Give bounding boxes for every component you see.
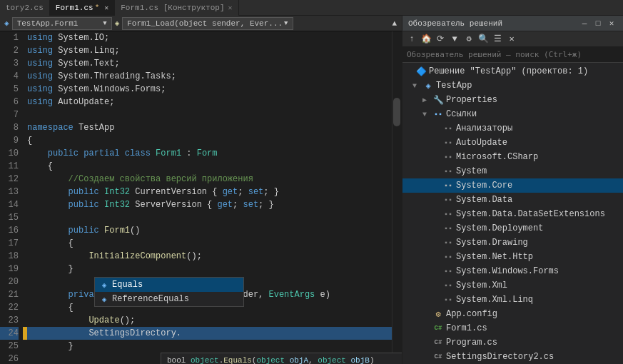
code-area: ◈ TestApp.Form1 ▼ ◈ Form1_Load(object se… bbox=[0, 16, 402, 364]
system-xml-label: System.Xml bbox=[456, 280, 507, 290]
programcs-label: Program.cs bbox=[446, 338, 497, 348]
system-data-label: System.Data bbox=[456, 195, 512, 205]
tab-form1-close[interactable]: ✕ bbox=[104, 4, 108, 12]
settingscs-label: SettingsDirectory2.cs bbox=[446, 352, 554, 362]
class-selector-label: TestApp.Form1 bbox=[17, 19, 78, 28]
main-layout: ◈ TestApp.Form1 ▼ ◈ Form1_Load(object se… bbox=[0, 16, 623, 364]
panel-btn-popout[interactable]: □ bbox=[592, 18, 604, 29]
references-label: Ссылки bbox=[446, 109, 477, 119]
system-drawing-label: System.Drawing bbox=[456, 238, 528, 248]
system-xml-icon: ▪▪ bbox=[442, 280, 454, 291]
tab-tory2[interactable]: tory2.cs bbox=[0, 0, 50, 16]
scroll-up-btn[interactable]: ▲ bbox=[390, 19, 399, 28]
solution-explorer-panel: Обозреватель решений — □ ✕ ↑ 🏠 ⟳ ▼ ⚙ 🔍 ☰… bbox=[402, 16, 623, 364]
class-selector[interactable]: TestApp.Form1 ▼ bbox=[12, 17, 112, 30]
references-icon: ▪▪ bbox=[432, 108, 444, 120]
tree-item-system-drawing[interactable]: ▪▪ System.Drawing bbox=[402, 236, 623, 250]
system-deploy-label: System.Deployment bbox=[456, 223, 543, 233]
toolbar-sync-btn[interactable]: ↑ bbox=[405, 33, 418, 46]
toolbar-refresh-btn[interactable]: ⟳ bbox=[434, 33, 447, 46]
tree-item-system-winforms[interactable]: ▪▪ System.Windows.Forms bbox=[402, 264, 623, 278]
tree-item-testapp[interactable]: ▼ ◈ TestApp bbox=[402, 79, 623, 93]
autocomplete-dropdown[interactable]: ◈ Equals ◈ ReferenceEquals bbox=[94, 277, 244, 307]
tree-item-system-dataset[interactable]: ▪▪ System.Data.DataSetExtensions bbox=[402, 207, 623, 221]
ms-csharp-label: Microsoft.CSharp bbox=[456, 152, 538, 162]
toolbar-settings-btn[interactable]: ⚙ bbox=[462, 33, 475, 46]
method-selector[interactable]: Form1_Load(object sender, Ever... ▼ bbox=[122, 17, 293, 30]
tooltip-signature: bool object.Equals(object objA, object o… bbox=[167, 356, 402, 364]
tree-item-appconfig[interactable]: ⚙ App.config bbox=[402, 307, 623, 321]
panel-title-bar: Обозреватель решений — □ ✕ bbox=[402, 16, 623, 31]
appconfig-label: App.config bbox=[446, 309, 497, 319]
tree-item-programcs[interactable]: C# Program.cs bbox=[402, 335, 623, 350]
system-icon: ▪▪ bbox=[442, 166, 454, 177]
system-nethttp-icon: ▪▪ bbox=[442, 251, 454, 263]
autocomplete-item-referenceequals[interactable]: ◈ ReferenceEquals bbox=[95, 292, 243, 306]
tab-form1-designer[interactable]: Form1.cs [Конструктор] ✕ bbox=[115, 0, 238, 16]
tree-item-system-core[interactable]: ▪▪ System.Core bbox=[402, 178, 623, 193]
toolbar-close-btn[interactable]: ✕ bbox=[505, 33, 518, 46]
system-core-label: System.Core bbox=[456, 181, 512, 191]
scroll-indicator[interactable] bbox=[392, 31, 402, 364]
code-editor[interactable]: 12345 678910 1112131415 1617181920 21222… bbox=[0, 31, 402, 364]
class-selector-arrow: ▼ bbox=[103, 20, 106, 27]
code-nav-bar: ◈ TestApp.Form1 ▼ ◈ Form1_Load(object se… bbox=[0, 16, 402, 31]
system-label: System bbox=[456, 166, 487, 176]
tree-item-system-nethttp[interactable]: ▪▪ System.Net.Http bbox=[402, 250, 623, 264]
method-selector-label: Form1_Load(object sender, Ever... bbox=[127, 19, 283, 28]
tab-tory2-label: tory2.cs bbox=[6, 4, 44, 12]
tab-form1[interactable]: Form1.cs * ✕ bbox=[50, 0, 115, 16]
appconfig-icon: ⚙ bbox=[432, 308, 444, 320]
system-deploy-icon: ▪▪ bbox=[442, 223, 454, 234]
analyzers-icon: ▪▪ bbox=[442, 123, 454, 134]
programcs-icon: C# bbox=[432, 337, 444, 348]
tree-item-form1cs[interactable]: C# Form1.cs bbox=[402, 321, 623, 335]
system-core-icon: ▪▪ bbox=[442, 180, 454, 191]
method-selector-arrow: ▼ bbox=[284, 20, 288, 27]
properties-label: Properties bbox=[446, 95, 497, 105]
tree-item-settingscs[interactable]: C# SettingsDirectory2.cs bbox=[402, 350, 623, 364]
panel-btn-close[interactable]: ✕ bbox=[606, 18, 617, 29]
solution-icon: 🔷 bbox=[415, 66, 427, 77]
testapp-label: TestApp bbox=[436, 81, 472, 91]
autocomplete-item-equals[interactable]: ◈ Equals bbox=[95, 278, 243, 292]
form1cs-label: Form1.cs bbox=[446, 323, 487, 333]
tab-bar: tory2.cs Form1.cs * ✕ Form1.cs [Конструк… bbox=[0, 0, 623, 16]
tree-item-ms-csharp[interactable]: ▪▪ Microsoft.CSharp bbox=[402, 150, 623, 164]
tab-form1-designer-close[interactable]: ✕ bbox=[228, 4, 233, 12]
tree-item-system-xmllinq[interactable]: ▪▪ System.Xml.Linq bbox=[402, 293, 623, 307]
properties-icon: 🔧 bbox=[432, 94, 444, 106]
toolbar-home-btn[interactable]: 🏠 bbox=[420, 33, 432, 46]
system-nethttp-label: System.Net.Http bbox=[456, 252, 533, 262]
panel-btn-minus[interactable]: — bbox=[579, 18, 590, 29]
tab-form1-modified: * bbox=[95, 4, 100, 12]
toolbar-search-btn[interactable]: 🔍 bbox=[477, 33, 490, 46]
tree-item-autoupdate[interactable]: ▪▪ AutoUpdate bbox=[402, 136, 623, 150]
tree-item-system-data[interactable]: ▪▪ System.Data bbox=[402, 193, 623, 207]
system-winforms-label: System.Windows.Forms bbox=[456, 266, 559, 276]
toolbar-menu-btn[interactable]: ☰ bbox=[491, 33, 504, 46]
autoupdate-icon: ▪▪ bbox=[442, 137, 454, 148]
tree-item-analyzers[interactable]: ▪▪ Анализаторы bbox=[402, 121, 623, 136]
panel-buttons: — □ ✕ bbox=[579, 18, 617, 29]
equals-label: Equals bbox=[112, 280, 143, 290]
tree-item-properties[interactable]: ▶ 🔧 Properties bbox=[402, 93, 623, 107]
referenceequals-icon: ◈ bbox=[99, 294, 109, 304]
tree-view[interactable]: 🔷 Решение "TestApp" (проектов: 1) ▼ ◈ Te… bbox=[402, 63, 623, 364]
tab-form1-label: Form1.cs bbox=[56, 4, 93, 12]
testapp-icon: ◈ bbox=[422, 80, 434, 91]
toolbar-dropdown-btn[interactable]: ▼ bbox=[448, 33, 461, 46]
search-input[interactable] bbox=[402, 50, 623, 59]
settingscs-icon: C# bbox=[432, 351, 444, 363]
system-winforms-icon: ▪▪ bbox=[442, 266, 454, 277]
autoupdate-label: AutoUpdate bbox=[456, 138, 507, 148]
tree-item-system[interactable]: ▪▪ System bbox=[402, 164, 623, 178]
references-arrow: ▼ bbox=[422, 111, 432, 118]
scroll-thumb[interactable] bbox=[393, 98, 400, 126]
panel-title: Обозреватель решений bbox=[408, 19, 502, 28]
tree-item-references[interactable]: ▼ ▪▪ Ссылки bbox=[402, 107, 623, 121]
tree-item-system-xml[interactable]: ▪▪ System.Xml bbox=[402, 278, 623, 293]
tree-item-system-deploy[interactable]: ▪▪ System.Deployment bbox=[402, 221, 623, 236]
tree-item-solution[interactable]: 🔷 Решение "TestApp" (проектов: 1) bbox=[402, 64, 623, 79]
equals-icon: ◈ bbox=[99, 280, 109, 290]
